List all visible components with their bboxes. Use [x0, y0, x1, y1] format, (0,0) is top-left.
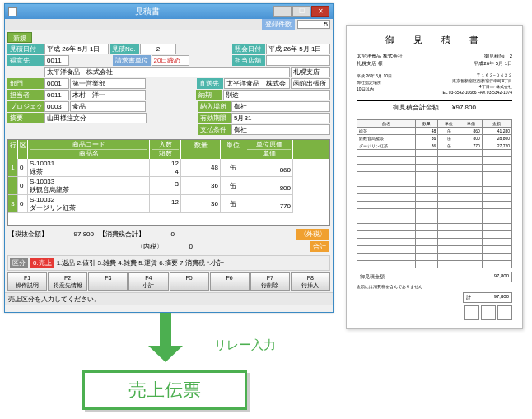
cust-branch[interactable]: 札幌支店: [291, 67, 330, 77]
status-bar: 売上区分を入力してください。: [5, 292, 333, 305]
deptstore-label: 担当店舗: [232, 55, 265, 66]
proj-name[interactable]: 食品: [70, 101, 146, 112]
lines-grid: 行 区 商品コード商品名 入数箱数 数量 単位 単位原価単価 10S-10031…: [7, 139, 330, 226]
delivplace-field[interactable]: 御社: [231, 101, 330, 112]
memo-field[interactable]: 山田様注文分: [44, 113, 147, 123]
f8-key[interactable]: F8行挿入: [291, 272, 330, 291]
no-field[interactable]: 2: [140, 44, 176, 54]
date-field[interactable]: 平成 26年 5月 1日: [44, 44, 109, 54]
titlebar[interactable]: 見積書 — ☐ ✕: [5, 4, 333, 19]
total-button[interactable]: 合計: [310, 241, 329, 252]
f3-key[interactable]: F3: [88, 272, 128, 291]
f4-key[interactable]: F4小計: [128, 272, 168, 291]
ship-branch[interactable]: 函館出張所: [291, 78, 330, 89]
table-row[interactable]: 0S-10033鉄観音烏龍茶336缶800: [8, 177, 329, 195]
f6-key[interactable]: F6: [210, 272, 250, 291]
f5-key[interactable]: F5: [170, 272, 209, 291]
close-button[interactable]: ✕: [311, 6, 329, 17]
proj-label: プロジェクト: [7, 101, 44, 112]
delivdate-field[interactable]: 別途: [223, 90, 330, 100]
f2-key[interactable]: F2得意先情報: [48, 272, 87, 291]
relay-arrow-head-icon: [148, 346, 183, 362]
inner-value: 0: [168, 243, 193, 250]
window-title: 見積書: [21, 6, 273, 17]
pay-label: 支払条件: [198, 124, 231, 135]
doc-note: 金額には消費税を含んでおりません: [357, 284, 512, 289]
doc-from: 〒１６３−０４３２ 東京都新宿区西新宿行幸町3丁目 4丁目○○ 株式会社 TEL…: [440, 72, 512, 95]
doc-to: 太平洋食品 株式会社 札幌支店 様: [357, 53, 403, 68]
pic-name[interactable]: 木村 洋一: [70, 90, 146, 100]
doc-table: 品名数量単位単価金額 緑茶48缶86041,280鉄観音烏龍茶36缶80028,…: [357, 119, 512, 268]
inqdate-field[interactable]: 平成 26年 5月 1日: [266, 44, 330, 54]
f7-key[interactable]: F7行削除: [250, 272, 290, 291]
kubun-label: 区分: [10, 258, 28, 268]
kubun-bar: 区分 0.売上 1.返品 2.値引 3.雑費 4.雑費 5.運賃 6.摘要 7.…: [7, 255, 330, 271]
toolbar: 登録件数 5: [5, 19, 333, 30]
dept-name[interactable]: 第一営業部: [70, 78, 146, 89]
reg-count-value: 5: [297, 20, 330, 29]
doc-sum: 御見積金額97,800: [357, 272, 512, 282]
doc-no: 御見積№ 2: [474, 53, 512, 60]
app-icon: [8, 7, 17, 16]
memo-label: 摘要: [7, 113, 44, 123]
delivdate-label: 納期: [196, 90, 222, 100]
doc-date: 平成26年 5月 1日: [474, 60, 512, 68]
ext-tax-button[interactable]: 〈外税〉: [296, 229, 329, 240]
maximize-button[interactable]: ☐: [292, 6, 310, 17]
pretax-label: 【税抜金額】: [8, 230, 48, 239]
inqdate-label: 照会日付: [232, 44, 265, 54]
proj-code[interactable]: 0003: [44, 101, 69, 112]
minimize-button[interactable]: —: [273, 6, 292, 17]
pic-label: 担当者: [7, 90, 44, 100]
new-button[interactable]: 新規: [7, 32, 32, 43]
billunit-label: 請求書単位: [113, 55, 151, 66]
doc-total: 計97,800: [463, 292, 512, 303]
ship-name[interactable]: 太平洋食品 株式会: [224, 78, 290, 89]
grid-header: 行 区 商品コード商品名 入数箱数 数量 単位 単位原価単価: [8, 140, 329, 159]
tax-value: 0: [150, 230, 175, 238]
estimate-window: 見積書 — ☐ ✕ 登録件数 5 新規 見積日付 平成 26年 5月 1日 見積…: [4, 3, 334, 313]
cust-code[interactable]: 0011: [44, 55, 69, 66]
function-keys: F1操作説明 F2得意先情報 F3 F4小計 F5 F6 F7行削除 F8行挿入: [7, 272, 330, 291]
pay-field[interactable]: 御社: [231, 124, 330, 135]
pic-code[interactable]: 0011: [44, 90, 69, 100]
ship-label: 直送先: [197, 78, 223, 89]
f1-key[interactable]: F1操作説明: [7, 272, 47, 291]
reg-count-label: 登録件数: [262, 19, 295, 30]
table-row[interactable]: 10S-10031緑茶12448缶860: [8, 159, 329, 177]
table-row[interactable]: 30S-10032ダージリン紅茶1236缶770: [8, 195, 329, 213]
dept-label: 部門: [7, 78, 44, 89]
date-label: 見積日付: [7, 44, 44, 54]
no-label: 見積No.: [110, 44, 139, 54]
cust-name[interactable]: 太平洋食品 株式会社: [44, 67, 290, 77]
billunit-field[interactable]: 20日締め: [152, 55, 189, 66]
inner-label: 〈内税〉: [137, 242, 163, 251]
doc-amount: 御見積合計金額 ¥97,800: [357, 100, 512, 114]
kubun-options: 1.返品 2.値引 3.雑費 4.雑費 5.運賃 6.摘要 7.消費税 *.小計: [57, 258, 225, 268]
preview-document: 御 見 積 書 太平洋食品 株式会社 札幌支店 様 御見積№ 2 平成26年 5…: [346, 25, 523, 329]
deptstore-field[interactable]: [266, 55, 330, 66]
sales-slip-box: 売上伝票: [82, 370, 247, 410]
valid-field[interactable]: 5月31: [231, 113, 330, 123]
header-form: 新規 見積日付 平成 26年 5月 1日 見積No. 2 照会日付 平成 26年…: [5, 30, 333, 137]
relay-arrow-icon: [160, 313, 171, 347]
totals-row: 【税抜金額】 97,800 【消費税合計】 0 〈外税〉: [5, 227, 333, 241]
delivplace-label: 納入場所: [198, 101, 231, 112]
relay-label: リレー入力: [214, 338, 276, 353]
tax-label: 【消費税合計】: [99, 230, 145, 239]
kubun-current[interactable]: 0.売上: [30, 258, 54, 268]
pretax-value: 97,800: [53, 230, 94, 238]
cust-label: 得意先: [7, 55, 44, 66]
valid-label: 有効期限: [198, 113, 231, 123]
dept-code[interactable]: 0001: [44, 78, 69, 89]
doc-stamps: [357, 305, 512, 320]
doc-title: 御 見 積 書: [357, 34, 512, 46]
